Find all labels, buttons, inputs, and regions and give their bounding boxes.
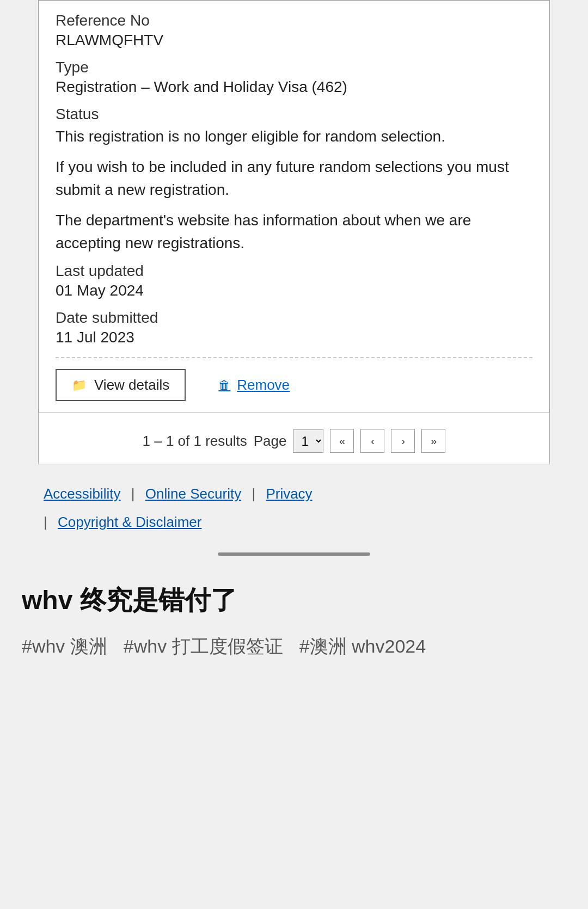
privacy-link[interactable]: Privacy	[266, 486, 312, 502]
hashtag-3: #澳洲 whv2024	[299, 634, 426, 659]
last-page-icon: »	[431, 435, 437, 447]
status-text-3: The department's website has information…	[56, 209, 532, 255]
copyright-link[interactable]: Copyright & Disclaimer	[58, 514, 201, 530]
separator-1: |	[131, 486, 135, 502]
action-row: 📁 View details 🗑 Remove	[56, 369, 532, 401]
hashtag-1: #whv 澳洲	[22, 634, 107, 659]
page-select[interactable]: 1	[293, 429, 323, 453]
first-page-icon: «	[339, 435, 345, 447]
main-container: Reference No RLAWMQFHTV Type Registratio…	[0, 0, 588, 670]
next-page-button[interactable]: ›	[391, 429, 415, 453]
separator-2: |	[252, 486, 255, 502]
type-value: Registration – Work and Holiday Visa (46…	[56, 78, 532, 96]
next-page-icon: ›	[401, 435, 405, 447]
divider	[56, 357, 532, 358]
type-label: Type	[56, 59, 532, 76]
footer-links: Accessibility | Online Security | Privac…	[0, 464, 588, 547]
card-border-box: Reference No RLAWMQFHTV Type Registratio…	[38, 0, 550, 464]
scroll-bar	[218, 552, 370, 556]
prev-page-button[interactable]: ‹	[360, 429, 384, 453]
hashtag-2: #whv 打工度假签证	[124, 634, 283, 659]
registration-card: Reference No RLAWMQFHTV Type Registratio…	[39, 1, 549, 413]
view-details-label: View details	[94, 377, 169, 394]
results-text: 1 – 1 of 1 results	[143, 433, 247, 450]
page-label: Page	[254, 433, 287, 450]
scroll-indicator	[0, 547, 588, 567]
online-security-link[interactable]: Online Security	[145, 486, 241, 502]
hashtag-row: #whv 澳洲 #whv 打工度假签证 #澳洲 whv2024	[22, 634, 566, 659]
prev-page-icon: ‹	[371, 435, 375, 447]
status-text-2: If you wish to be included in any future…	[56, 156, 532, 201]
remove-label: Remove	[237, 377, 290, 394]
last-page-button[interactable]: »	[421, 429, 445, 453]
trash-icon: 🗑	[218, 378, 230, 392]
view-details-button[interactable]: 📁 View details	[56, 369, 186, 401]
bottom-section: whv 终究是错付了 #whv 澳洲 #whv 打工度假签证 #澳洲 whv20…	[0, 567, 588, 670]
last-updated-label: Last updated	[56, 262, 532, 280]
pagination-row: 1 – 1 of 1 results Page 1 « ‹ › »	[39, 413, 549, 464]
date-submitted-value: 11 Jul 2023	[56, 329, 532, 346]
folder-icon: 📁	[72, 378, 87, 392]
accessibility-link[interactable]: Accessibility	[44, 486, 121, 502]
chinese-title: whv 终究是错付了	[22, 583, 566, 618]
separator-3: |	[44, 514, 47, 530]
first-page-button[interactable]: «	[330, 429, 354, 453]
status-text-1: This registration is no longer eligible …	[56, 125, 532, 148]
status-label: Status	[56, 106, 532, 123]
reference-label: Reference No	[56, 12, 532, 29]
reference-value: RLAWMQFHTV	[56, 32, 532, 49]
remove-button[interactable]: 🗑 Remove	[218, 377, 290, 394]
date-submitted-label: Date submitted	[56, 309, 532, 327]
last-updated-value: 01 May 2024	[56, 282, 532, 299]
